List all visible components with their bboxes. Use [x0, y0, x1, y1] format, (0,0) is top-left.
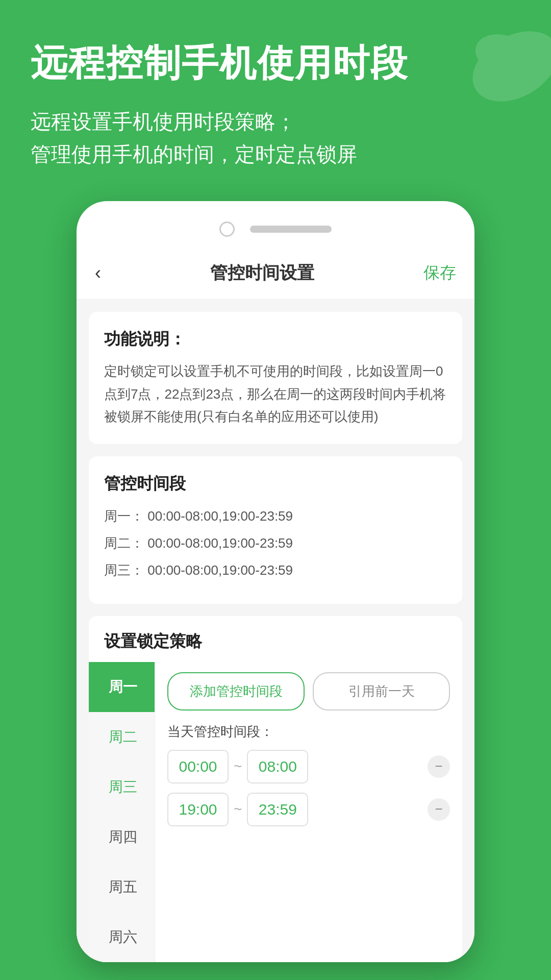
- strategy-title: 设置锁定策略: [89, 616, 462, 662]
- speaker-icon: [250, 226, 332, 233]
- current-day-label: 当天管控时间段：: [167, 723, 450, 741]
- page-desc: 远程设置手机使用时段策略； 管理使用手机的时间，定时定点锁屏: [31, 105, 520, 170]
- strategy-card: 设置锁定策略 周一 周二 周三 周四 周五 周六 添加管控时间段 引用前一天: [89, 616, 462, 962]
- strategy-right-panel: 添加管控时间段 引用前一天 当天管控时间段： 00:00 ~ 08:00 − 1…: [155, 662, 462, 962]
- phone-top-bar: [77, 216, 474, 247]
- camera-icon: [219, 222, 235, 237]
- time-end-1[interactable]: 08:00: [247, 750, 308, 783]
- schedule-title: 管控时间段: [104, 473, 447, 495]
- schedule-row-wednesday: 周三： 00:00-08:00,19:00-23:59: [104, 560, 447, 580]
- decoration-icon: [464, 15, 551, 117]
- save-button[interactable]: 保存: [423, 262, 456, 284]
- tilde-1: ~: [234, 758, 242, 775]
- time-end-2[interactable]: 23:59: [247, 793, 308, 826]
- day-item-friday[interactable]: 周五: [89, 862, 155, 912]
- page-title: 远程控制手机使用时段: [31, 41, 520, 85]
- day-item-wednesday[interactable]: 周三: [89, 762, 155, 812]
- remove-time-2-button[interactable]: −: [428, 798, 450, 821]
- app-navbar: ‹ 管控时间设置 保存: [77, 247, 474, 300]
- add-time-button[interactable]: 添加管控时间段: [167, 672, 305, 710]
- time-start-2[interactable]: 19:00: [167, 793, 229, 826]
- schedule-row-monday: 周一： 00:00-08:00,19:00-23:59: [104, 506, 447, 526]
- copy-prev-button[interactable]: 引用前一天: [313, 672, 450, 710]
- navbar-title: 管控时间设置: [210, 261, 314, 285]
- remove-time-1-button[interactable]: −: [428, 755, 450, 778]
- feature-card: 功能说明： 定时锁定可以设置手机不可使用的时间段，比如设置周一0点到7点，22点…: [89, 312, 462, 444]
- day-list: 周一 周二 周三 周四 周五 周六: [89, 662, 155, 962]
- day-item-thursday[interactable]: 周四: [89, 812, 155, 862]
- feature-card-desc: 定时锁定可以设置手机不可使用的时间段，比如设置周一0点到7点，22点到23点，那…: [104, 360, 447, 428]
- app-content: ‹ 管控时间设置 保存 功能说明： 定时锁定可以设置手机不可使用的时间段，比如设…: [77, 247, 474, 962]
- strategy-body: 周一 周二 周三 周四 周五 周六 添加管控时间段 引用前一天 当天管控时间段：: [89, 662, 462, 962]
- page-header: 远程控制手机使用时段 远程设置手机使用时段策略； 管理使用手机的时间，定时定点锁…: [0, 0, 551, 191]
- time-range-row-2: 19:00 ~ 23:59 −: [167, 793, 450, 826]
- action-row: 添加管控时间段 引用前一天: [167, 672, 450, 710]
- phone-mockup: ‹ 管控时间设置 保存 功能说明： 定时锁定可以设置手机不可使用的时间段，比如设…: [77, 201, 474, 962]
- schedule-row-tuesday: 周二： 00:00-08:00,19:00-23:59: [104, 533, 447, 553]
- time-start-1[interactable]: 00:00: [167, 750, 229, 783]
- day-item-monday[interactable]: 周一: [89, 662, 155, 712]
- day-item-tuesday[interactable]: 周二: [89, 712, 155, 762]
- day-item-saturday[interactable]: 周六: [89, 912, 155, 962]
- tilde-2: ~: [234, 801, 242, 818]
- time-range-row-1: 00:00 ~ 08:00 −: [167, 750, 450, 783]
- back-button[interactable]: ‹: [95, 262, 101, 284]
- schedule-card: 管控时间段 周一： 00:00-08:00,19:00-23:59 周二： 00…: [89, 456, 462, 604]
- feature-card-title: 功能说明：: [104, 328, 447, 351]
